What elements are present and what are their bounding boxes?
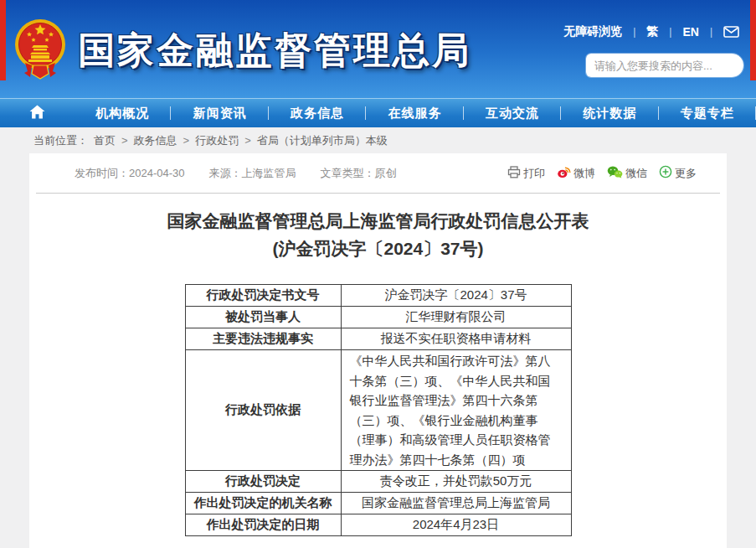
- nav-item-news[interactable]: 新闻资讯: [171, 99, 268, 127]
- row-label: 被处罚当事人: [185, 307, 341, 328]
- penalty-table: 行政处罚决定书文号 沪金罚决字〔2024〕37号 被处罚当事人 汇华理财有限公司…: [185, 284, 572, 536]
- link-separator: |: [710, 26, 712, 38]
- share-weibo-button[interactable]: 微博: [557, 165, 595, 181]
- share-wechat-button[interactable]: 微信: [607, 166, 647, 181]
- nav-home-button[interactable]: [0, 99, 74, 127]
- table-row: 行政处罚决定 责令改正，并处罚款50万元: [185, 471, 571, 493]
- publish-time: 发布时间：2024-04-30: [75, 166, 185, 181]
- site-banner: 国家金融监督管理总局 无障碍浏览 | 繁 | EN |: [0, 0, 756, 98]
- top-utility-links: 无障碍浏览 | 繁 | EN |: [563, 24, 739, 39]
- row-value: 国家金融监督管理总局上海监管局: [341, 493, 571, 514]
- breadcrumb-admin-penalty[interactable]: 行政处罚: [195, 133, 239, 148]
- site-logo[interactable]: 国家金融监督管理总局: [13, 18, 471, 83]
- row-value: 汇华理财有限公司: [341, 307, 571, 328]
- share-toolbar: 打印 微博: [507, 165, 697, 181]
- table-row: 作出处罚决定的日期 2024年4月23日: [185, 514, 571, 536]
- page: 国家金融监督管理总局 无障碍浏览 | 繁 | EN |: [0, 0, 756, 548]
- more-plus-icon: [659, 165, 672, 181]
- wechat-label: 微信: [625, 166, 647, 181]
- breadcrumb: 当前位置： 首页 > 政务信息 > 行政处罚 > 省局（计划单列市局）本级: [0, 127, 756, 153]
- print-button[interactable]: 打印: [507, 166, 545, 181]
- breadcrumb-current-page: 省局（计划单列市局）本级: [257, 133, 388, 148]
- weibo-label: 微博: [573, 166, 595, 181]
- row-label: 行政处罚决定书文号: [185, 285, 341, 307]
- row-value: 报送不实任职资格申请材料: [341, 328, 571, 350]
- banner-right-red-edge: [750, 0, 756, 80]
- share-more-button[interactable]: 更多: [659, 165, 697, 181]
- home-icon: [29, 105, 45, 122]
- article-type-label: 文章类型：: [321, 167, 375, 179]
- nav-item-interaction[interactable]: 互动交流: [464, 99, 561, 127]
- table-row: 主要违法违规事实 报送不实任职资格申请材料: [185, 328, 571, 350]
- weibo-icon: [557, 165, 571, 181]
- nav-item-special-topics[interactable]: 专题专栏: [659, 99, 756, 127]
- document-title-line2: (沪金罚决字〔2024〕37号): [29, 235, 727, 262]
- national-emblem-icon: [13, 18, 67, 83]
- article-meta-row: 发布时间：2024-04-30 来源：上海监管局 文章类型：原创: [29, 153, 727, 193]
- link-separator: |: [669, 26, 671, 38]
- accessibility-link[interactable]: 无障碍浏览: [563, 24, 622, 39]
- english-link[interactable]: EN: [682, 25, 698, 39]
- article-source-value: 上海监管局: [242, 167, 296, 179]
- wechat-icon: [607, 166, 623, 181]
- row-label: 行政处罚依据: [185, 350, 341, 471]
- search-bar: [586, 54, 743, 77]
- row-value: 沪金罚决字〔2024〕37号: [341, 285, 571, 307]
- traditional-chinese-link[interactable]: 繁: [646, 24, 658, 39]
- search-input[interactable]: [586, 54, 743, 77]
- more-label: 更多: [675, 166, 697, 181]
- nav-item-government-info[interactable]: 政务信息: [269, 99, 366, 127]
- table-row: 作出处罚决定的机关名称 国家金融监督管理总局上海监管局: [185, 493, 571, 514]
- publish-time-label: 发布时间：: [75, 167, 129, 179]
- article-card: 发布时间：2024-04-30 来源：上海监管局 文章类型：原创: [29, 153, 727, 548]
- row-label: 作出处罚决定的日期: [185, 514, 341, 536]
- breadcrumb-separator: >: [244, 134, 251, 147]
- link-separator: |: [633, 26, 635, 38]
- table-row: 被处罚当事人 汇华理财有限公司: [185, 307, 571, 328]
- row-label: 主要违法违规事实: [185, 328, 341, 350]
- nav-item-online-services[interactable]: 在线服务: [366, 99, 463, 127]
- row-value: 《中华人民共和国行政许可法》第八十条第（三）项、《中华人民共和国银行业监督管理法…: [341, 350, 571, 471]
- document-title: 国家金融监督管理总局上海监管局行政处罚信息公开表 (沪金罚决字〔2024〕37号…: [29, 207, 727, 262]
- row-label: 行政处罚决定: [185, 471, 341, 493]
- publish-time-value: 2024-04-30: [129, 167, 185, 179]
- breadcrumb-separator: >: [121, 134, 128, 147]
- row-value: 2024年4月23日: [341, 514, 571, 536]
- nav-item-statistics[interactable]: 统计数据: [561, 99, 658, 127]
- mail-icon[interactable]: [723, 26, 739, 38]
- print-label: 打印: [523, 166, 545, 181]
- nav-item-institution[interactable]: 机构概况: [74, 99, 171, 127]
- breadcrumb-home[interactable]: 首页: [94, 133, 116, 148]
- banner-left-red-edge: [0, 0, 6, 80]
- table-row: 行政处罚决定书文号 沪金罚决字〔2024〕37号: [185, 285, 571, 307]
- article-meta: 发布时间：2024-04-30 来源：上海监管局 文章类型：原创: [75, 166, 397, 181]
- breadcrumb-prefix: 当前位置：: [33, 133, 88, 148]
- nav-items: 机构概况 新闻资讯 政务信息 在线服务 互动交流 统计数据 专题专栏: [74, 99, 756, 127]
- article-type-value: 原创: [375, 167, 397, 179]
- breadcrumb-separator: >: [183, 134, 190, 147]
- article-source-label: 来源：: [209, 167, 242, 179]
- table-row: 行政处罚依据 《中华人民共和国行政许可法》第八十条第（三）项、《中华人民共和国银…: [185, 350, 571, 471]
- row-value: 责令改正，并处罚款50万元: [341, 471, 571, 493]
- article-source: 来源：上海监管局: [209, 166, 296, 181]
- meta-divider: [36, 193, 720, 194]
- article-type: 文章类型：原创: [321, 166, 397, 181]
- site-title: 国家金融监督管理总局: [78, 26, 471, 75]
- breadcrumb-government-info[interactable]: 政务信息: [134, 133, 177, 148]
- row-label: 作出处罚决定的机关名称: [185, 493, 341, 514]
- printer-icon: [507, 166, 521, 181]
- main-nav: 机构概况 新闻资讯 政务信息 在线服务 互动交流 统计数据 专题专栏: [0, 98, 756, 127]
- document-title-line1: 国家金融监督管理总局上海监管局行政处罚信息公开表: [29, 207, 727, 235]
